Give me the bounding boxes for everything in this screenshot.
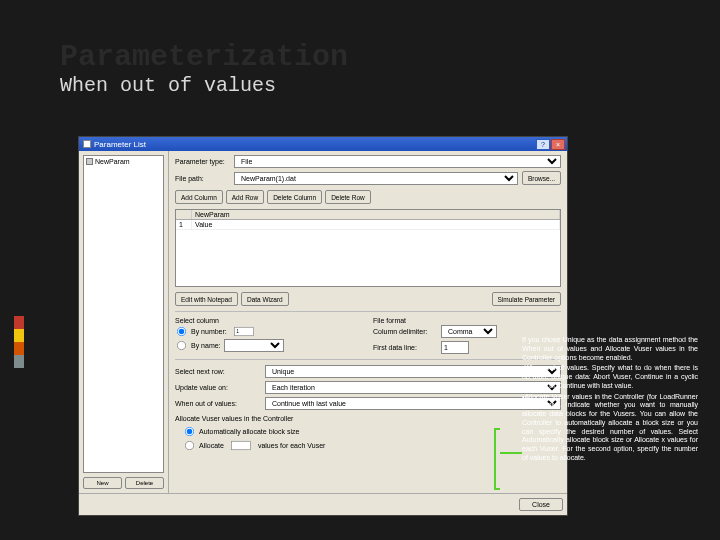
dialog-title: Parameter List	[94, 140, 146, 149]
update-value-select[interactable]: Each iteration	[265, 381, 561, 394]
add-column-button[interactable]: Add Column	[175, 190, 223, 204]
new-button[interactable]: New	[83, 477, 122, 489]
param-tree[interactable]: NewParam	[83, 155, 164, 473]
tree-item-newparam[interactable]: NewParam	[86, 158, 161, 165]
add-row-button[interactable]: Add Row	[226, 190, 264, 204]
when-out-select[interactable]: Continue with last value	[265, 397, 561, 410]
first-data-line-input[interactable]	[441, 341, 469, 354]
select-next-select[interactable]: Unique	[265, 365, 561, 378]
select-column-label: Select column	[175, 317, 363, 324]
param-icon	[86, 158, 93, 165]
grid-cell[interactable]: Value	[192, 220, 560, 229]
parameter-list-dialog: Parameter List ? × NewParam New Delete P…	[78, 136, 568, 516]
browse-button[interactable]: Browse...	[522, 171, 561, 185]
delete-column-button[interactable]: Delete Column	[267, 190, 322, 204]
simulate-button[interactable]: Simulate Parameter	[492, 292, 561, 306]
right-panel: Parameter type: File File path: NewParam…	[169, 151, 567, 493]
slide-title: Parameterization	[60, 40, 356, 74]
left-panel: NewParam New Delete	[79, 151, 169, 493]
grid-header: NewParam	[192, 210, 560, 219]
grid-row-index: 1	[176, 220, 192, 229]
dialog-titlebar: Parameter List ? ×	[79, 137, 567, 151]
accent-bar	[14, 316, 24, 368]
alloc-auto-radio[interactable]: Automatically allocate block size	[183, 425, 561, 438]
tree-item-label: NewParam	[95, 158, 130, 165]
help-button[interactable]: ?	[536, 139, 550, 150]
param-type-label: Parameter type:	[175, 158, 230, 165]
connector-line	[500, 452, 522, 454]
file-path-select[interactable]: NewParam(1).dat	[234, 172, 518, 185]
slide-subtitle: When out of values	[60, 74, 660, 97]
edit-notepad-button[interactable]: Edit with Notepad	[175, 292, 238, 306]
update-value-label: Update value on:	[175, 384, 261, 391]
by-number-radio[interactable]: By number:	[175, 325, 363, 338]
delete-button[interactable]: Delete	[125, 477, 164, 489]
param-type-select[interactable]: File	[234, 155, 561, 168]
file-format-label: File format	[373, 317, 561, 324]
select-next-label: Select next row:	[175, 368, 261, 375]
by-name-select[interactable]	[224, 339, 284, 352]
allocate-group-label: Allocate Vuser values in the Controller	[175, 415, 561, 422]
data-grid[interactable]: NewParam 1Value	[175, 209, 561, 287]
close-button[interactable]: Close	[519, 498, 563, 511]
by-number-input[interactable]	[234, 327, 254, 336]
alloc-x-radio[interactable]: Allocatevalues for each Vuser	[183, 439, 561, 452]
when-out-label: When out of values:	[175, 400, 261, 407]
column-delim-select[interactable]: Comma	[441, 325, 497, 338]
first-data-line-label: First data line:	[373, 344, 437, 351]
file-path-label: File path:	[175, 175, 230, 182]
explanatory-note: If you chose Unique as the data assignme…	[522, 336, 698, 465]
close-icon[interactable]: ×	[551, 139, 565, 150]
data-wizard-button[interactable]: Data Wizard	[241, 292, 289, 306]
by-name-radio[interactable]: By name:	[175, 339, 363, 352]
alloc-x-input[interactable]	[231, 441, 251, 450]
app-icon	[83, 140, 91, 148]
delete-row-button[interactable]: Delete Row	[325, 190, 371, 204]
column-delim-label: Column delimiter:	[373, 328, 437, 335]
